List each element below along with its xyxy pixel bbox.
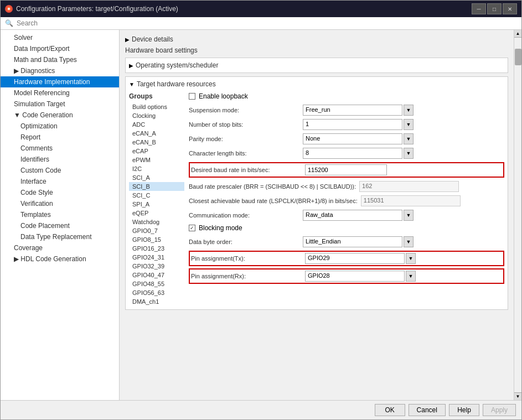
os-scheduler-panel: ▶ Operating system/scheduler	[125, 58, 508, 73]
enable-loopback-row: Enable loopback	[189, 92, 504, 100]
sidebar-item-code-style[interactable]: Code Style	[1, 187, 119, 198]
sidebar-item-optimization[interactable]: Optimization	[1, 121, 119, 132]
char-length-value[interactable]: 8	[303, 148, 402, 159]
scroll-up-button[interactable]: ▲	[514, 30, 521, 38]
pin-rx-value[interactable]: GPIO28	[305, 271, 405, 282]
comm-mode-label: Communication mode:	[189, 212, 299, 219]
group-watchdog[interactable]: Watchdog	[129, 217, 184, 226]
scroll-down-button[interactable]: ▼	[514, 392, 521, 400]
baud-rate-input[interactable]	[305, 164, 387, 175]
parity-mode-value[interactable]: None	[303, 133, 402, 144]
sidebar-item-model-ref[interactable]: Model Referencing	[1, 87, 119, 98]
group-gpio16-23[interactable]: GPIO16_23	[129, 244, 184, 253]
baud-rate-row-highlighted: Desired baud rate in bits/sec:	[189, 162, 504, 178]
comm-mode-dropdown-btn[interactable]: ▼	[404, 210, 414, 221]
scroll-track	[514, 38, 521, 392]
sidebar: Solver Data Import/Export Math and Data …	[1, 30, 120, 400]
sidebar-item-interface[interactable]: Interface	[1, 176, 119, 187]
stop-bits-dropdown-container: 1 ▼	[303, 119, 414, 130]
suspension-mode-value[interactable]: Free_run	[303, 105, 402, 116]
closest-baud-value: 115031	[361, 195, 461, 206]
ok-button[interactable]: OK	[375, 404, 405, 416]
parity-mode-row: Parity mode: None ▼	[189, 133, 504, 144]
group-gpio0-7[interactable]: GPIO0_7	[129, 226, 184, 235]
sidebar-item-data-import[interactable]: Data Import/Export	[1, 43, 119, 54]
group-gpio8-15[interactable]: GPIO8_15	[129, 235, 184, 244]
parity-mode-label: Parity mode:	[189, 136, 299, 142]
sidebar-item-templates[interactable]: Templates	[1, 209, 119, 220]
sidebar-item-diagnostics[interactable]: ▶ Diagnostics	[1, 65, 119, 76]
settings-area: Enable loopback Suspension mode: Free_ru…	[189, 92, 504, 306]
help-button[interactable]: Help	[449, 404, 479, 416]
apply-button[interactable]: Apply	[483, 404, 516, 416]
group-sci-b[interactable]: SCI_B	[129, 182, 184, 191]
group-build-options[interactable]: Build options	[129, 102, 184, 111]
sidebar-item-solver[interactable]: Solver	[1, 32, 119, 43]
byte-order-value[interactable]: Little_Endian	[303, 236, 402, 247]
stop-bits-row: Number of stop bits: 1 ▼	[189, 119, 504, 130]
group-gpio32-39[interactable]: GPIO32_39	[129, 262, 184, 271]
sidebar-item-comments[interactable]: Comments	[1, 143, 119, 154]
sidebar-item-hdl-code-gen[interactable]: ▶ HDL Code Generation	[1, 253, 119, 265]
target-hw-header[interactable]: ▼ Target hardware resources	[129, 80, 504, 88]
group-gpio24-31[interactable]: GPIO24_31	[129, 253, 184, 262]
group-adc[interactable]: ADC	[129, 120, 184, 129]
sidebar-item-code-gen[interactable]: ▼ Code Generation	[1, 110, 119, 121]
sidebar-item-data-type-replacement[interactable]: Data Type Replacement	[1, 231, 119, 242]
stop-bits-dropdown-btn[interactable]: ▼	[404, 119, 414, 130]
device-details-header[interactable]: ▶ Device details	[125, 35, 508, 43]
expand-arrow-diagnostics: ▶	[14, 67, 20, 75]
sidebar-item-code-placement[interactable]: Code Placement	[1, 220, 119, 231]
parity-mode-dropdown-btn[interactable]: ▼	[404, 133, 414, 144]
baud-rate-row: Desired baud rate in bits/sec:	[191, 164, 502, 175]
group-epwm[interactable]: ePWM	[129, 155, 184, 164]
blocking-mode-checkbox[interactable]	[189, 225, 195, 231]
group-sci-c[interactable]: SCI_C	[129, 191, 184, 200]
search-input[interactable]	[17, 19, 127, 27]
device-expand-icon: ▶	[125, 37, 130, 43]
group-clocking[interactable]: Clocking	[129, 111, 184, 120]
stop-bits-value[interactable]: 1	[303, 119, 402, 130]
sidebar-item-hardware-impl[interactable]: Hardware Implementation	[1, 76, 119, 87]
group-dma-ch1[interactable]: DMA_ch1	[129, 297, 184, 306]
byte-order-dropdown-btn[interactable]: ▼	[404, 236, 414, 247]
os-scheduler-header[interactable]: ▶ Operating system/scheduler	[129, 61, 504, 69]
board-settings-title: Hardware board settings	[125, 46, 508, 54]
group-ecan-a[interactable]: eCAN_A	[129, 129, 184, 138]
maximize-button[interactable]: □	[487, 3, 502, 14]
close-button[interactable]: ✕	[503, 3, 517, 14]
char-length-dropdown-btn[interactable]: ▼	[404, 148, 414, 159]
suspension-mode-dropdown-container: Free_run ▼	[303, 105, 414, 116]
suspension-mode-dropdown-btn[interactable]: ▼	[404, 105, 414, 116]
sidebar-item-coverage[interactable]: Coverage	[1, 242, 119, 253]
window-controls: ─ □ ✕	[472, 3, 517, 14]
sidebar-item-verification[interactable]: Verification	[1, 198, 119, 209]
target-hw-expand-icon: ▼	[129, 81, 135, 87]
sidebar-item-report[interactable]: Report	[1, 132, 119, 143]
group-ecap[interactable]: eCAP	[129, 147, 184, 155]
comm-mode-value[interactable]: Raw_data	[303, 210, 402, 221]
pin-tx-dropdown-btn[interactable]: ▼	[406, 253, 416, 264]
pin-tx-value[interactable]: GPIO29	[305, 253, 405, 264]
sidebar-item-custom-code[interactable]: Custom Code	[1, 165, 119, 176]
group-ecan-b[interactable]: eCAN_B	[129, 138, 184, 147]
scroll-thumb[interactable]	[515, 49, 521, 65]
group-gpio40-47[interactable]: GPIO40_47	[129, 271, 184, 279]
baud-prescaler-value: 162	[359, 181, 459, 192]
search-icon: 🔍	[5, 19, 13, 27]
minimize-button[interactable]: ─	[472, 3, 486, 14]
group-gpio48-55[interactable]: GPIO48_55	[129, 279, 184, 288]
group-eqep[interactable]: eQEP	[129, 209, 184, 217]
board-settings-section: Hardware board settings ▶ Operating syst…	[125, 46, 508, 310]
sidebar-item-sim-target[interactable]: Simulation Target	[1, 98, 119, 110]
pin-rx-dropdown-btn[interactable]: ▼	[406, 271, 416, 282]
groups-label: Groups	[129, 92, 184, 100]
sidebar-item-math-data[interactable]: Math and Data Types	[1, 54, 119, 65]
sidebar-item-identifiers[interactable]: Identifiers	[1, 154, 119, 165]
group-gpio56-63[interactable]: GPIO56_63	[129, 288, 184, 297]
group-spi-a[interactable]: SPI_A	[129, 200, 184, 209]
enable-loopback-checkbox[interactable]	[189, 93, 195, 100]
cancel-button[interactable]: Cancel	[409, 404, 446, 416]
group-i2c[interactable]: I2C	[129, 164, 184, 173]
group-sci-a[interactable]: SCI_A	[129, 173, 184, 182]
